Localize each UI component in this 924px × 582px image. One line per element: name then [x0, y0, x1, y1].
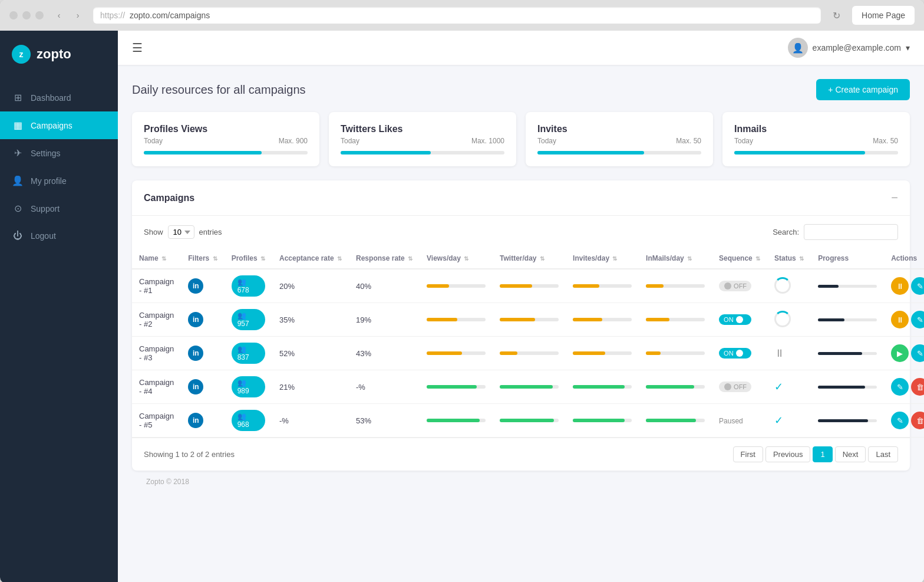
- pause-button[interactable]: ⏸: [891, 311, 909, 328]
- sidebar-item-campaigns[interactable]: ▦ Campaigns: [0, 111, 118, 139]
- edit-button[interactable]: ✎: [891, 412, 909, 429]
- sequence-toggle[interactable]: ON: [719, 314, 751, 325]
- section-title: Campaigns: [144, 193, 194, 203]
- create-campaign-button[interactable]: + Create campaign: [816, 79, 910, 100]
- nav-menu: ⊞ Dashboard ▦ Campaigns ✈ Settings 👤 My …: [0, 78, 118, 582]
- refresh-icon[interactable]: ↻: [833, 10, 840, 21]
- cell-actions: ▶✎🗑: [884, 337, 924, 370]
- progress-bar: [818, 419, 877, 422]
- progress-bar: [818, 318, 877, 321]
- collapse-icon[interactable]: −: [891, 191, 898, 205]
- col-actions: Actions: [884, 248, 924, 269]
- sequence-toggle[interactable]: ON: [719, 348, 751, 359]
- cell-name: Campaign - #5: [132, 404, 181, 438]
- stat-subtitle: Today Max. 50: [734, 137, 898, 145]
- cell-profiles: 👥 837: [225, 337, 272, 370]
- delete-button[interactable]: 🗑: [911, 378, 924, 396]
- stat-bar-bg: [537, 151, 701, 154]
- cell-views: [420, 269, 493, 303]
- cell-response: -%: [349, 370, 420, 404]
- cell-response: 19%: [349, 303, 420, 337]
- cell-progress: [811, 303, 884, 337]
- user-email: example@example.com: [813, 43, 901, 52]
- hamburger-icon[interactable]: ☰: [132, 41, 143, 55]
- edit-button[interactable]: ✎: [891, 378, 909, 396]
- actions: ⏸✎🗑: [891, 277, 924, 295]
- address-bar[interactable]: https:// zopto.com/campaigns: [93, 7, 821, 24]
- cell-actions: ⏸✎🗑: [884, 303, 924, 337]
- page-1-button[interactable]: 1: [813, 446, 832, 462]
- col-views: Views/day ⇅: [420, 248, 493, 269]
- play-button[interactable]: ▶: [891, 344, 909, 362]
- cell-views: [420, 337, 493, 370]
- cell-name: Campaign - #3: [132, 337, 181, 370]
- cell-actions: ✎🗑: [884, 370, 924, 404]
- cell-profiles: 👥 968: [225, 404, 272, 438]
- logo-text: zopto: [37, 47, 71, 62]
- logo-area: z zopto: [0, 31, 118, 78]
- page-last-button[interactable]: Last: [868, 446, 898, 462]
- cell-twitter: [493, 370, 566, 404]
- pause-button[interactable]: ⏸: [891, 277, 909, 295]
- cell-invites: [566, 337, 639, 370]
- actions: ✎🗑: [891, 378, 924, 396]
- stat-subtitle: Today Max. 50: [537, 137, 701, 145]
- sidebar-item-myprofile[interactable]: 👤 My profile: [0, 167, 118, 195]
- forward-button[interactable]: ›: [70, 7, 86, 24]
- main-content: ☰ 👤 example@example.com ▾ Daily resource…: [118, 31, 924, 582]
- sidebar-item-settings[interactable]: ✈ Settings: [0, 139, 118, 167]
- cell-filters: in: [181, 269, 224, 303]
- cell-filters: in: [181, 337, 224, 370]
- sidebar-item-logout[interactable]: ⏻ Logout: [0, 222, 118, 249]
- stat-bar: [144, 151, 262, 154]
- cell-actions: ⏸✎🗑: [884, 269, 924, 303]
- cell-actions: ✎🗑: [884, 404, 924, 438]
- sidebar-item-label: Logout: [31, 231, 56, 241]
- page-first-button[interactable]: First: [733, 446, 763, 462]
- col-filters: Filters ⇅: [181, 248, 224, 269]
- progress-bar: [818, 285, 877, 288]
- sidebar-item-dashboard[interactable]: ⊞ Dashboard: [0, 84, 118, 111]
- show-label: Show: [144, 228, 163, 236]
- sequence-toggle[interactable]: OFF: [719, 281, 751, 291]
- cell-invites: [566, 404, 639, 438]
- stat-subtitle: Today Max. 1000: [341, 137, 504, 145]
- footer-text: Zopto © 2018: [146, 478, 189, 486]
- cell-acceptance: 21%: [272, 370, 349, 404]
- cell-inmails: [639, 404, 712, 438]
- page-next-button[interactable]: Next: [835, 446, 866, 462]
- cell-filters: in: [181, 404, 224, 438]
- col-name: Name ⇅: [132, 248, 181, 269]
- sidebar-item-label: Dashboard: [31, 93, 71, 103]
- stat-card-twitter-likes: Twitters Likes Today Max. 1000: [329, 112, 516, 166]
- cell-inmails: [639, 370, 712, 404]
- table-row: Campaign - #2 in 👥 957 35% 19% ON: [132, 303, 924, 337]
- home-page-button[interactable]: Home Page: [852, 6, 915, 25]
- entries-select[interactable]: 10 25 50: [168, 225, 194, 239]
- profile-icon: 👤: [12, 175, 24, 186]
- stats-grid: Profiles Views Today Max. 900 Twitters L…: [132, 112, 910, 166]
- cell-twitter: [493, 303, 566, 337]
- back-button[interactable]: ‹: [51, 7, 67, 24]
- edit-button[interactable]: ✎: [911, 311, 924, 328]
- dropdown-icon[interactable]: ▾: [906, 43, 910, 52]
- cell-status: ⏸: [767, 337, 811, 370]
- col-sequence: Sequence ⇅: [712, 248, 767, 269]
- delete-button[interactable]: 🗑: [911, 412, 924, 429]
- sequence-toggle[interactable]: OFF: [719, 382, 751, 392]
- edit-button[interactable]: ✎: [911, 344, 924, 362]
- cell-acceptance: 35%: [272, 303, 349, 337]
- edit-button[interactable]: ✎: [911, 277, 924, 295]
- sidebar-item-support[interactable]: ⊙ Support: [0, 195, 118, 222]
- cell-progress: [811, 404, 884, 438]
- cell-status: ✓: [767, 370, 811, 404]
- cell-response: 43%: [349, 337, 420, 370]
- cell-invites: [566, 370, 639, 404]
- campaigns-section: Campaigns − Show 10 25 50 entries: [132, 180, 910, 471]
- col-inmails: InMails/day ⇅: [639, 248, 712, 269]
- col-status: Status ⇅: [767, 248, 811, 269]
- status-pause: ⏸: [774, 347, 785, 359]
- cell-acceptance: -%: [272, 404, 349, 438]
- search-input[interactable]: [804, 224, 898, 240]
- page-previous-button[interactable]: Previous: [765, 446, 811, 462]
